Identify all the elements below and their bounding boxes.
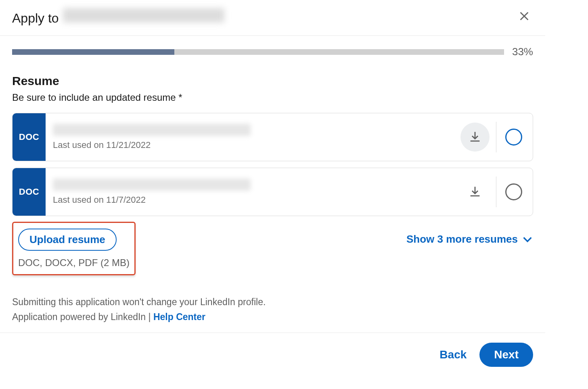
footer-note: Submitting this application won't change… [0, 275, 545, 333]
modal-header: Apply to [0, 0, 545, 36]
close-button[interactable] [515, 7, 533, 27]
progress-fill [12, 49, 174, 55]
resume-info: Last used on 11/21/2022 [46, 113, 460, 161]
resume-filename-redacted [53, 124, 251, 136]
upload-hint: DOC, DOCX, PDF (2 MB) [18, 257, 130, 268]
section-subtitle: Be sure to include an updated resume * [12, 92, 533, 103]
progress-percent: 33% [512, 46, 533, 58]
upload-row: Upload resume DOC, DOCX, PDF (2 MB) Show… [12, 222, 533, 275]
doc-type-badge: DOC [13, 168, 46, 216]
download-button[interactable] [460, 177, 490, 206]
resume-card[interactable]: DOC Last used on 11/7/2022 [12, 168, 533, 216]
powered-by-line: Application powered by LinkedIn | Help C… [12, 310, 533, 325]
download-button[interactable] [460, 123, 490, 152]
show-more-resumes-button[interactable]: Show 3 more resumes [406, 222, 533, 245]
resume-last-used: Last used on 11/7/2022 [53, 195, 453, 205]
doc-type-badge: DOC [13, 113, 46, 161]
resume-select-radio[interactable] [505, 129, 522, 146]
progress-track [12, 49, 504, 55]
action-divider [496, 177, 496, 207]
resume-actions [460, 113, 533, 161]
resume-filename-redacted [53, 179, 251, 191]
resume-last-used: Last used on 11/21/2022 [53, 140, 453, 150]
download-icon [468, 130, 482, 144]
help-center-link[interactable]: Help Center [153, 312, 205, 322]
modal-title: Apply to [12, 8, 224, 26]
resume-info: Last used on 11/7/2022 [46, 168, 460, 216]
action-divider [496, 122, 496, 152]
powered-prefix: Application powered by LinkedIn | [12, 312, 153, 322]
resume-list: DOC Last used on 11/21/2022 DOC L [12, 113, 533, 216]
resume-select-radio[interactable] [505, 183, 522, 200]
upload-highlight-box: Upload resume DOC, DOCX, PDF (2 MB) [12, 222, 136, 275]
resume-card[interactable]: DOC Last used on 11/21/2022 [12, 113, 533, 161]
download-icon [468, 185, 482, 199]
chevron-down-icon [522, 234, 533, 245]
next-button[interactable]: Next [479, 343, 533, 367]
show-more-label: Show 3 more resumes [406, 233, 518, 245]
back-button[interactable]: Back [437, 344, 469, 365]
apply-modal: Apply to 33% Resume Be sure to include a… [0, 0, 545, 377]
resume-section: Resume Be sure to include an updated res… [0, 58, 545, 275]
button-bar: Back Next [0, 333, 545, 377]
section-title: Resume [12, 74, 533, 88]
profile-note: Submitting this application won't change… [12, 295, 533, 310]
upload-resume-button[interactable]: Upload resume [18, 229, 117, 251]
title-prefix: Apply to [12, 11, 59, 26]
resume-actions [460, 168, 533, 216]
company-name-redacted [63, 8, 224, 23]
close-icon [518, 10, 531, 23]
progress-row: 33% [0, 36, 545, 58]
